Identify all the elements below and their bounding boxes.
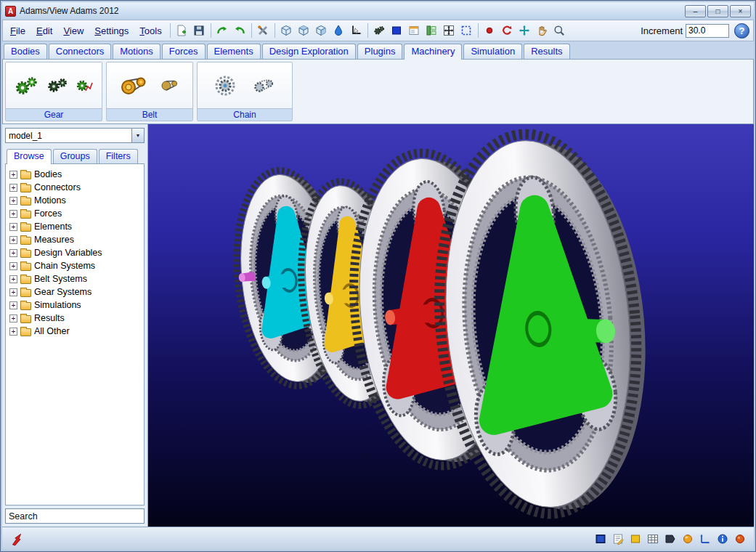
belt-small-icon[interactable]	[160, 79, 178, 92]
tab-groups[interactable]: Groups	[53, 149, 97, 163]
ribbon-group-chain: Chain	[197, 62, 293, 121]
working-grid-icon[interactable]	[348, 23, 365, 39]
tree-item-motions[interactable]: +Motions	[7, 194, 142, 207]
toolbar-separator	[367, 23, 368, 38]
increment-input[interactable]	[686, 24, 729, 38]
gear-analysis-icon[interactable]	[76, 78, 93, 94]
expand-icon[interactable]: +	[9, 197, 17, 205]
layout-panels-icon[interactable]	[423, 23, 440, 39]
minimize-button[interactable]: –	[685, 5, 706, 17]
tree-item-forces[interactable]: +Forces	[7, 207, 142, 220]
translate-view-icon[interactable]	[516, 23, 533, 39]
expand-icon[interactable]: +	[9, 262, 17, 270]
simulation-stop-icon[interactable]	[733, 532, 747, 545]
tab-forces[interactable]: Forces	[162, 44, 206, 59]
fit-view-icon[interactable]	[441, 23, 458, 39]
ribbon-group-gear: Gear	[5, 62, 102, 121]
zoom-icon[interactable]	[551, 23, 568, 39]
tab-motions[interactable]: Motions	[113, 44, 160, 59]
help-button[interactable]: ?	[734, 23, 749, 38]
tree-item-connectors[interactable]: +Connectors	[7, 181, 142, 194]
redo-icon[interactable]	[214, 23, 231, 39]
menu-settings[interactable]: Settings	[89, 23, 134, 38]
menu-tools[interactable]: Tools	[134, 23, 166, 38]
pan-hand-icon[interactable]	[534, 23, 550, 39]
menu-view[interactable]: View	[58, 23, 89, 38]
tab-browse[interactable]: Browse	[7, 149, 52, 164]
gear-train-scene[interactable]	[148, 124, 754, 527]
model-selector-value: model_1	[6, 131, 131, 141]
gear-visibility-icon[interactable]	[371, 23, 388, 39]
folder-icon	[20, 328, 31, 336]
tab-filters[interactable]: Filters	[99, 149, 138, 163]
selection-box-icon[interactable]	[458, 23, 475, 39]
info-icon[interactable]	[715, 532, 729, 545]
menu-file[interactable]: File	[5, 23, 31, 38]
tab-machinery[interactable]: Machinery	[404, 44, 462, 60]
edit-notes-icon[interactable]	[611, 532, 625, 545]
expand-icon[interactable]: +	[9, 210, 17, 218]
expand-icon[interactable]: +	[9, 328, 17, 336]
3d-viewport[interactable]	[148, 124, 754, 527]
tree-item-design-variables[interactable]: +Design Variables	[7, 246, 142, 259]
gear-train-icon[interactable]	[46, 77, 68, 94]
toolbox-icon[interactable]	[255, 23, 272, 39]
expand-icon[interactable]: +	[9, 314, 17, 322]
gear-pair-icon[interactable]	[15, 75, 39, 97]
chain-pair-icon[interactable]	[253, 78, 275, 93]
view-cube-front-icon[interactable]	[278, 23, 295, 39]
app-window: A Adams/View Adams 2012 – □ × File Edit …	[0, 0, 756, 552]
expand-icon[interactable]: +	[9, 171, 17, 179]
rotate-view-icon[interactable]	[499, 23, 516, 39]
tree-item-results[interactable]: +Results	[7, 312, 142, 325]
tree-item-elements[interactable]: +Elements	[7, 220, 142, 233]
tab-connectors[interactable]: Connectors	[49, 44, 111, 59]
dropdown-arrow-icon[interactable]: ▼	[131, 129, 144, 142]
tree-item-chain-systems[interactable]: +Chain Systems	[7, 259, 142, 272]
view-cube-iso-icon[interactable]	[313, 23, 330, 39]
render-shaded-icon[interactable]	[330, 23, 347, 39]
tab-elements[interactable]: Elements	[207, 44, 261, 59]
view-axes-icon[interactable]	[698, 532, 712, 545]
tree-item-all-other[interactable]: +All Other	[7, 325, 142, 338]
material-tag-icon[interactable]	[663, 532, 677, 545]
model-selector[interactable]: model_1 ▼	[5, 128, 145, 143]
expand-icon[interactable]: +	[9, 223, 17, 231]
expand-icon[interactable]: +	[9, 275, 17, 283]
belt-pulleys-icon[interactable]	[121, 75, 147, 97]
undo-icon[interactable]	[232, 23, 248, 39]
view-cube-corner-icon[interactable]	[296, 23, 312, 39]
table-editor-icon[interactable]	[646, 532, 659, 545]
tree-item-simulations[interactable]: +Simulations	[7, 299, 142, 312]
tab-bodies[interactable]: Bodies	[4, 44, 47, 59]
chain-group-label: Chain	[198, 108, 292, 121]
tab-plugins[interactable]: Plugins	[357, 44, 403, 59]
appearance-swatch-icon[interactable]	[628, 532, 642, 545]
interrupt-flash-icon[interactable]	[9, 532, 23, 545]
display-settings-icon[interactable]	[593, 532, 607, 545]
menu-edit[interactable]: Edit	[31, 23, 57, 38]
render-sphere-icon[interactable]	[680, 532, 694, 545]
expand-icon[interactable]: +	[9, 301, 17, 309]
tab-results[interactable]: Results	[524, 44, 569, 59]
color-swatch-icon[interactable]	[389, 23, 405, 39]
tree-item-gear-systems[interactable]: +Gear Systems	[7, 285, 142, 299]
new-model-icon[interactable]	[174, 23, 190, 39]
save-icon[interactable]	[191, 23, 208, 39]
tree-item-bodies[interactable]: +Bodies	[7, 168, 142, 181]
search-input[interactable]	[5, 508, 145, 524]
tree-item-belt-systems[interactable]: +Belt Systems	[7, 272, 142, 285]
expand-icon[interactable]: +	[9, 184, 17, 192]
tab-simulation[interactable]: Simulation	[463, 44, 522, 59]
close-button[interactable]: ×	[730, 5, 751, 17]
expand-icon[interactable]: +	[9, 236, 17, 244]
tree-item-measures[interactable]: +Measures	[7, 233, 142, 246]
browser-panel-icon[interactable]	[406, 23, 423, 39]
expand-icon[interactable]: +	[9, 249, 17, 257]
maximize-button[interactable]: □	[707, 5, 728, 17]
chain-sprocket-icon[interactable]	[214, 75, 239, 97]
title-bar[interactable]: A Adams/View Adams 2012 – □ ×	[2, 2, 754, 20]
expand-icon[interactable]: +	[9, 288, 17, 296]
tab-design-exploration[interactable]: Design Exploration	[262, 44, 356, 59]
view-center-icon[interactable]	[481, 23, 498, 39]
